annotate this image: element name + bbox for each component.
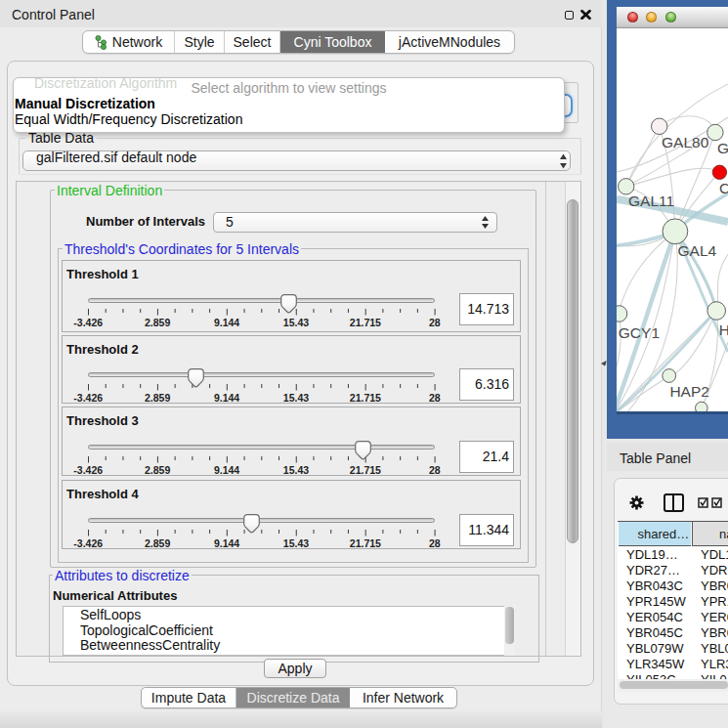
svg-text:GAL4: GAL4 <box>678 242 717 259</box>
svg-text:GAL80: GAL80 <box>662 134 709 150</box>
svg-text:C: C <box>719 180 728 196</box>
svg-text:GA: GA <box>717 140 728 156</box>
svg-text:GCY1: GCY1 <box>619 324 660 341</box>
svg-text:HAP2: HAP2 <box>669 383 709 400</box>
svg-text:GAL11: GAL11 <box>628 193 674 209</box>
svg-text:H: H <box>719 321 728 338</box>
